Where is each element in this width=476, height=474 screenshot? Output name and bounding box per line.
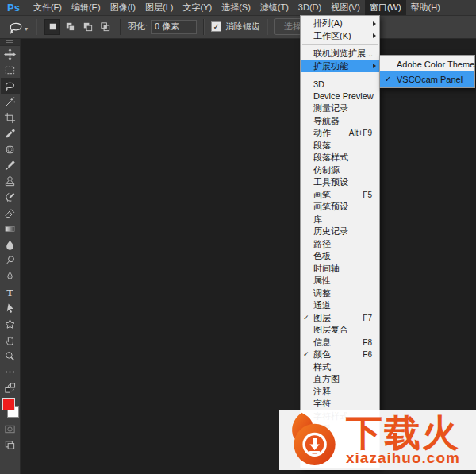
window-menu-item[interactable]: 库 bbox=[301, 214, 379, 226]
window-menu-item[interactable]: 工作区(K) bbox=[301, 30, 379, 43]
feather-input[interactable] bbox=[151, 20, 197, 34]
menu-item-label: 测量记录 bbox=[313, 102, 348, 114]
menu-item-label: 时间轴 bbox=[313, 263, 340, 275]
window-menu-item[interactable]: 信息F8 bbox=[301, 337, 379, 349]
type-tool-icon[interactable]: T bbox=[1, 284, 20, 300]
window-menu-item[interactable]: 色板 bbox=[301, 250, 379, 263]
menu-bar-item[interactable]: 图层(L) bbox=[140, 0, 178, 15]
window-menu-item[interactable]: 排列(A) bbox=[301, 17, 379, 30]
color-swatches[interactable] bbox=[1, 397, 20, 421]
window-menu-item[interactable]: 路径 bbox=[301, 238, 379, 251]
submenu-item-vscocam-panel[interactable]: ✓VSCOcam Panel bbox=[380, 71, 474, 87]
eyedropper-tool-icon[interactable] bbox=[1, 125, 20, 141]
hand-tool-icon[interactable] bbox=[1, 332, 20, 348]
window-menu-item[interactable]: ✓图层F7 bbox=[301, 312, 379, 325]
menu-item-label: 色板 bbox=[313, 250, 331, 262]
canvas-area bbox=[21, 38, 476, 474]
toolbar-header[interactable] bbox=[0, 38, 20, 46]
new-selection-button[interactable] bbox=[44, 19, 60, 35]
window-menu-item[interactable]: 样式 bbox=[301, 361, 379, 374]
pen-tool-icon[interactable] bbox=[1, 268, 20, 284]
dodge-tool-icon[interactable] bbox=[1, 252, 20, 268]
window-menu-item[interactable]: 画笔F5 bbox=[301, 189, 379, 202]
menu-separator bbox=[301, 42, 379, 48]
menu-bar-item[interactable]: 视图(V) bbox=[326, 0, 365, 15]
window-menu-item[interactable]: 画笔预设 bbox=[301, 201, 379, 214]
window-menu-item[interactable]: 3D bbox=[301, 78, 379, 91]
menu-bar-item[interactable]: 编辑(E) bbox=[67, 0, 106, 15]
window-menu-item[interactable]: 仿制源 bbox=[301, 164, 379, 177]
foreground-color-swatch[interactable] bbox=[2, 398, 15, 410]
blur-tool-icon[interactable] bbox=[1, 237, 20, 252]
divider bbox=[120, 19, 121, 35]
window-menu-item[interactable]: 图层复合 bbox=[301, 324, 379, 337]
chevron-down-icon[interactable]: ▾ bbox=[25, 25, 28, 33]
window-menu-item[interactable]: 测量记录 bbox=[301, 102, 379, 115]
menu-item-label: 画笔预设 bbox=[313, 201, 348, 213]
path-select-tool-icon[interactable] bbox=[1, 300, 20, 316]
screen-mode-icon[interactable] bbox=[1, 437, 20, 453]
options-bar: ▾ 羽化: ✓ 消除锯齿 选择并遮住... bbox=[0, 15, 476, 39]
magic-wand-tool-icon[interactable] bbox=[1, 94, 20, 110]
window-menu-item[interactable]: 字符 bbox=[301, 398, 379, 410]
menu-bar-item[interactable]: 文件(F) bbox=[29, 0, 67, 15]
swap-colors-icon[interactable] bbox=[1, 380, 20, 395]
menu-bar-item[interactable]: 文字(Y) bbox=[178, 0, 217, 15]
submenu-item-adobe-color-themes[interactable]: Adobe Color Themes bbox=[380, 56, 474, 71]
zoom-tool-icon[interactable] bbox=[1, 348, 20, 364]
window-menu-item[interactable]: 导航器 bbox=[301, 115, 379, 128]
gradient-tool-icon[interactable] bbox=[1, 221, 20, 237]
window-menu-item[interactable]: 段落 bbox=[301, 140, 379, 152]
window-menu-item[interactable]: 时间轴 bbox=[301, 263, 379, 276]
window-menu-item[interactable]: 直方图 bbox=[301, 373, 379, 386]
tools: T bbox=[1, 46, 20, 453]
window-menu-item[interactable]: ✓颜色F6 bbox=[301, 349, 379, 361]
toolbar-options-icon[interactable] bbox=[1, 364, 20, 380]
crop-tool-icon[interactable] bbox=[1, 110, 20, 125]
add-to-selection-button[interactable] bbox=[62, 19, 78, 35]
window-menu-item[interactable]: 通道 bbox=[301, 299, 379, 312]
lasso-icon[interactable] bbox=[8, 20, 24, 34]
menu-item-label: 历史记录 bbox=[313, 225, 348, 237]
divider bbox=[203, 19, 205, 35]
watermark: 下载火 xiazaihuo.com bbox=[279, 410, 476, 470]
window-menu-item[interactable]: 调整 bbox=[301, 287, 379, 300]
move-tool-icon[interactable] bbox=[1, 46, 20, 62]
menu-bar-item[interactable]: 滤镜(T) bbox=[255, 0, 294, 15]
window-menu-item[interactable]: 联机浏览扩展... bbox=[301, 48, 379, 60]
window-menu-item-extensions[interactable]: 扩展功能 bbox=[301, 60, 379, 73]
window-menu-item[interactable]: 属性 bbox=[301, 275, 379, 287]
download-flame-logo-icon bbox=[281, 412, 344, 469]
checkmark-icon: ✓ bbox=[385, 75, 391, 83]
lasso-tool-icon[interactable] bbox=[1, 78, 20, 94]
window-menu-item[interactable]: 动作Alt+F9 bbox=[301, 127, 379, 140]
menu-item-shortcut: F6 bbox=[363, 350, 372, 359]
intersect-selection-button[interactable] bbox=[97, 19, 113, 35]
menu-item-label: 属性 bbox=[313, 275, 331, 287]
brush-tool-icon[interactable] bbox=[1, 157, 20, 173]
history-brush-tool-icon[interactable] bbox=[1, 189, 20, 205]
subtract-from-selection-button[interactable] bbox=[79, 19, 95, 35]
selection-mode-group bbox=[44, 19, 113, 35]
menu-bar-item-window[interactable]: 窗口(W) bbox=[365, 0, 406, 15]
menu-bar-item[interactable]: 帮助(H) bbox=[406, 0, 445, 15]
menu-item-shortcut: F8 bbox=[363, 338, 372, 347]
eraser-tool-icon[interactable] bbox=[1, 205, 20, 221]
shape-tool-icon[interactable] bbox=[1, 316, 20, 332]
marquee-tool-icon[interactable] bbox=[1, 62, 20, 78]
window-menu-item[interactable]: 工具预设 bbox=[301, 176, 379, 189]
quick-mask-icon[interactable] bbox=[1, 421, 20, 437]
submenu-item-label: Adobe Color Themes bbox=[397, 60, 476, 69]
clone-stamp-tool-icon[interactable] bbox=[1, 173, 20, 189]
antialias-checkbox[interactable]: ✓ bbox=[211, 21, 221, 32]
window-menu-item[interactable]: 历史记录 bbox=[301, 225, 379, 238]
menu-bar-item[interactable]: 3D(D) bbox=[294, 0, 326, 15]
menu-bar-item[interactable]: 图像(I) bbox=[106, 0, 140, 15]
window-menu-item[interactable]: 段落样式 bbox=[301, 152, 379, 164]
window-menu-item[interactable]: 注释 bbox=[301, 386, 379, 399]
menu-item-label: 注释 bbox=[313, 386, 331, 398]
menu-item-label: 导航器 bbox=[313, 115, 340, 127]
healing-tool-icon[interactable] bbox=[1, 141, 20, 157]
menu-bar-item[interactable]: 选择(S) bbox=[217, 0, 255, 15]
window-menu-item[interactable]: Device Preview bbox=[301, 91, 379, 103]
